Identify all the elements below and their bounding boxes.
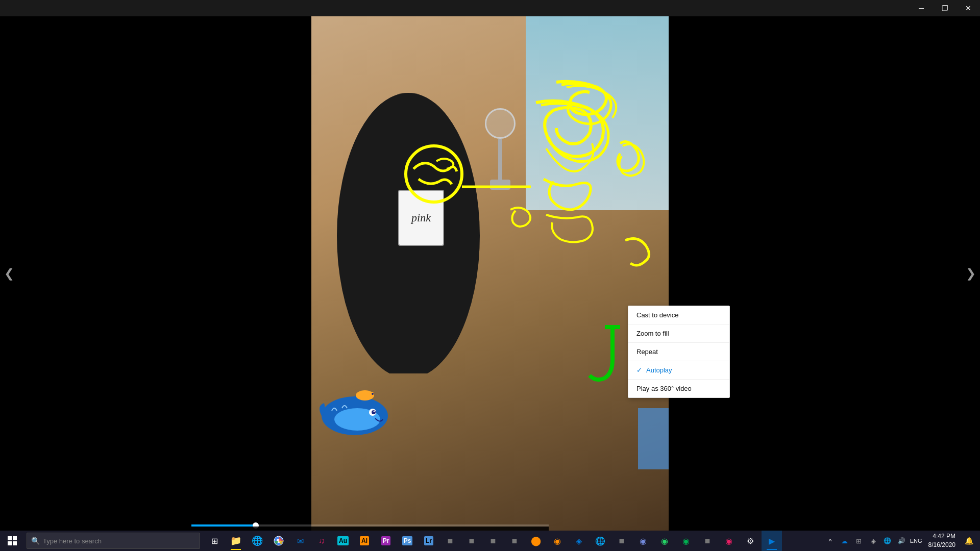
- taskbar-icon-mail[interactable]: ✉: [290, 531, 310, 551]
- taskbar-icon-blender[interactable]: ◉: [547, 531, 568, 551]
- restore-button[interactable]: ❐: [933, 0, 957, 16]
- notification-icon: 🔔: [965, 537, 973, 545]
- menu-item-play360-label: Play as 360° video: [636, 385, 692, 392]
- tray-keyboard[interactable]: ENG: [910, 531, 922, 551]
- tray-app1[interactable]: ⊞: [853, 531, 865, 551]
- windows-logo: [8, 536, 17, 545]
- network-icon: 🌐: [884, 537, 891, 544]
- taskbar-icon-chrome[interactable]: [268, 531, 289, 551]
- menu-item-zoom[interactable]: Zoom to fill: [628, 324, 729, 342]
- clock-date: 8/16/2020: [928, 541, 955, 549]
- taskbar-icon-discord[interactable]: ◉: [633, 531, 653, 551]
- search-icon: 🔍: [31, 537, 40, 545]
- taskbar-icon-app1[interactable]: ■: [440, 531, 460, 551]
- search-bar[interactable]: 🔍 Type here to search: [27, 533, 200, 549]
- fan-neck: [498, 139, 502, 180]
- taskbar-icon-file-explorer[interactable]: 📁: [226, 531, 246, 551]
- search-placeholder: Type here to search: [43, 537, 102, 545]
- taskbar-icon-line[interactable]: ◉: [676, 531, 696, 551]
- menu-item-autoplay[interactable]: ✓ Autoplay: [628, 361, 729, 379]
- taskbar-icon-adobe-ai[interactable]: Ai: [354, 531, 375, 551]
- taskbar-icon-adobe-lr[interactable]: Lr: [419, 531, 439, 551]
- taskbar-icon-adobe-au[interactable]: Au: [333, 531, 353, 551]
- menu-item-zoom-label: Zoom to fill: [636, 330, 669, 337]
- chevron-up-icon: ^: [829, 537, 832, 545]
- task-view-button[interactable]: ⊞: [204, 531, 225, 551]
- taskbar-icon-vscode[interactable]: ◈: [569, 531, 589, 551]
- taskbar-icons: ⊞ 📁 🌐 ✉ ♫ Au: [204, 531, 782, 551]
- taskbar-icon-app8[interactable]: ◉: [719, 531, 739, 551]
- whale-sticker: [316, 383, 393, 439]
- start-button[interactable]: [0, 531, 24, 551]
- svg-point-11: [372, 393, 374, 395]
- notification-button[interactable]: 🔔: [962, 531, 976, 551]
- taskbar-icon-app3[interactable]: ■: [483, 531, 503, 551]
- pink-card: pink: [398, 190, 444, 246]
- taskbar-icon-adobe-pr[interactable]: Pr: [376, 531, 396, 551]
- back-arrow[interactable]: ❮: [0, 258, 18, 289]
- video-frame: pink: [311, 16, 669, 531]
- taskbar-icon-app2[interactable]: ■: [461, 531, 482, 551]
- taskbar-icon-itunes[interactable]: ♫: [311, 531, 332, 551]
- menu-item-play360[interactable]: Play as 360° video: [628, 380, 729, 397]
- keyboard-icon: ENG: [910, 538, 922, 544]
- clock-time: 4:42 PM: [928, 532, 955, 541]
- system-tray: ^ ☁ ⊞ ◈ 🌐 🔊 ENG 4:42 PM 8/16/2020 🔔: [820, 531, 980, 551]
- forward-arrow-icon: ❯: [966, 266, 976, 281]
- sound-icon: 🔊: [898, 537, 905, 544]
- menu-item-cast-label: Cast to device: [636, 311, 678, 319]
- checkmark-icon: ✓: [636, 366, 642, 374]
- svg-point-8: [374, 411, 375, 412]
- menu-item-repeat-label: Repeat: [636, 348, 658, 356]
- taskbar-icon-app4[interactable]: ■: [504, 531, 525, 551]
- taskbar-icon-settings[interactable]: ⚙: [740, 531, 761, 551]
- context-menu: Cast to device Zoom to fill Repeat ✓ Aut…: [628, 306, 730, 398]
- menu-item-repeat[interactable]: Repeat: [628, 343, 729, 361]
- taskbar-icon-adobe-ps[interactable]: Ps: [397, 531, 418, 551]
- fan-base: [490, 180, 510, 190]
- fan-head: [485, 108, 516, 139]
- tray-sound[interactable]: 🔊: [896, 531, 908, 551]
- forward-arrow[interactable]: ❯: [962, 258, 980, 289]
- close-button[interactable]: ✕: [957, 0, 980, 16]
- tray-app2[interactable]: ◈: [867, 531, 879, 551]
- taskbar-icon-app6[interactable]: ■: [611, 531, 632, 551]
- minimize-button[interactable]: ─: [910, 0, 933, 16]
- taskbar-icon-media-player[interactable]: ▶: [762, 531, 782, 551]
- tray-onedrive[interactable]: ☁: [839, 531, 851, 551]
- blue-rectangle-overlay: [638, 408, 669, 469]
- onedrive-icon: ☁: [841, 537, 848, 545]
- chrome-icon: [274, 536, 284, 546]
- window-background: [526, 16, 669, 210]
- tray-network[interactable]: 🌐: [881, 531, 894, 551]
- clock[interactable]: 4:42 PM 8/16/2020: [924, 532, 960, 549]
- menu-item-autoplay-label: Autoplay: [646, 366, 672, 374]
- fan-prop: [485, 108, 516, 190]
- video-area: ❮ pink: [0, 16, 980, 531]
- taskbar: 🔍 Type here to search ⊞ 📁 🌐: [0, 531, 980, 551]
- tray-show-hidden[interactable]: ^: [824, 531, 837, 551]
- taskbar-icon-app5[interactable]: ⬤: [526, 531, 546, 551]
- back-arrow-icon: ❮: [4, 266, 14, 281]
- menu-item-cast[interactable]: Cast to device: [628, 306, 729, 324]
- titlebar: ─ ❐ ✕: [0, 0, 980, 16]
- taskbar-icon-whatsapp[interactable]: ◉: [654, 531, 675, 551]
- taskbar-icon-edge[interactable]: 🌐: [247, 531, 267, 551]
- taskbar-icon-app7[interactable]: ■: [697, 531, 718, 551]
- taskbar-icon-browser2[interactable]: 🌐: [590, 531, 610, 551]
